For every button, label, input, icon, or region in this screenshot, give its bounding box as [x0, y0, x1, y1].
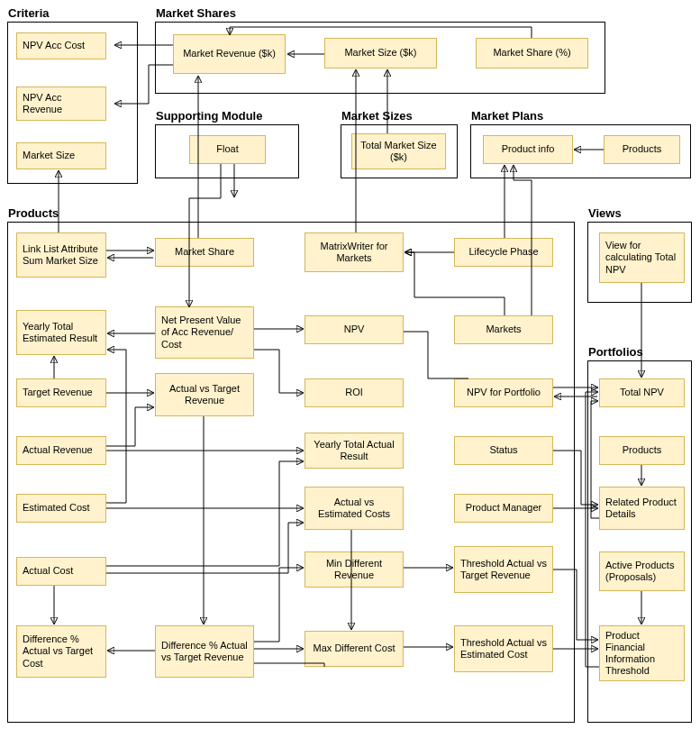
group-label: Market Plans	[471, 109, 543, 123]
group-label: Products	[8, 206, 59, 220]
diagram-canvas: Criteria Market Shares Supporting Module…	[0, 0, 700, 729]
group-label: Market Sizes	[341, 109, 413, 123]
node-min-diff-revenue: Min Different Revenue	[305, 551, 404, 588]
group-label: Supporting Module	[156, 109, 262, 123]
node-yearly-total-actual: Yearly Total Actual Result	[305, 433, 404, 469]
node-market-size-k: Market Size ($k)	[324, 38, 437, 68]
group-label: Portfolios	[588, 345, 643, 359]
node-link-list-attr-sum: Link List Attribute Sum Market Size	[16, 232, 106, 278]
node-npv-acc-rev-cost: Net Present Value of Acc Revenue/ Cost	[155, 306, 254, 359]
node-float: Float	[189, 135, 266, 164]
node-roi: ROI	[305, 378, 404, 407]
node-npv-acc-revenue: NPV Acc Revenue	[16, 87, 106, 121]
node-actual-vs-est-costs: Actual vs Estimated Costs	[305, 487, 404, 530]
node-active-products: Active Products (Proposals)	[599, 551, 685, 591]
node-actual-cost: Actual Cost	[16, 557, 106, 586]
node-actual-revenue: Actual Revenue	[16, 436, 106, 465]
node-yearly-total-est: Yearly Total Estimated Result	[16, 310, 106, 355]
node-market-revenue-k: Market Revenue ($k)	[173, 34, 286, 74]
node-threshold-est-cost: Threshold Actual vs Estimated Cost	[454, 625, 553, 672]
node-markets: Markets	[454, 315, 553, 344]
node-mp-products: Products	[604, 135, 680, 164]
node-product-manager: Product Manager	[454, 494, 553, 523]
node-total-market-size-k: Total Market Size ($k)	[351, 133, 446, 169]
node-npv-portfolio: NPV for Portfolio	[454, 378, 553, 407]
node-pf-products: Products	[599, 436, 685, 465]
node-criteria-market-size: Market Size	[16, 142, 106, 169]
node-product-info: Product info	[483, 135, 573, 164]
node-status: Status	[454, 436, 553, 465]
node-npv: NPV	[305, 315, 404, 344]
node-actual-vs-target-rev: Actual vs Target Revenue	[155, 373, 254, 416]
group-label: Views	[588, 206, 622, 220]
group-label: Market Shares	[156, 6, 236, 20]
node-related-details: Related Product Details	[599, 487, 685, 530]
node-market-share-pct: Market Share (%)	[476, 38, 588, 68]
node-estimated-cost: Estimated Cost	[16, 494, 106, 523]
node-diff-pct-target-cost: Difference % Actual vs Target Cost	[16, 625, 106, 678]
node-view-total-npv: View for calculating Total NPV	[599, 232, 685, 283]
node-total-npv: Total NPV	[599, 378, 685, 407]
node-threshold-target-rev: Threshold Actual vs Target Revenue	[454, 546, 553, 593]
node-pf-threshold: Product Financial Information Threshold	[599, 625, 685, 681]
group-label: Criteria	[8, 6, 50, 20]
node-diff-pct-target-rev: Difference % Actual vs Target Revenue	[155, 625, 254, 678]
node-target-revenue: Target Revenue	[16, 378, 106, 407]
node-max-diff-cost: Max Different Cost	[305, 631, 404, 667]
node-npv-acc-cost: NPV Acc Cost	[16, 32, 106, 59]
node-matrix-writer: MatrixWriter for Markets	[305, 232, 404, 272]
node-lifecycle-phase: Lifecycle Phase	[454, 238, 553, 267]
node-market-share: Market Share	[155, 238, 254, 267]
